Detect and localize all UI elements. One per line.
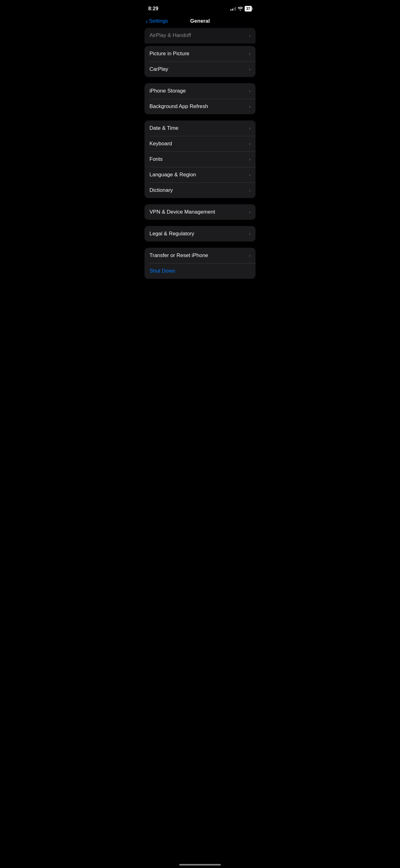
signal-bar-1 — [230, 9, 231, 10]
group-partial: AirPlay & Handoff › — [144, 28, 256, 43]
keyboard-chevron: › — [249, 141, 251, 146]
picture-in-picture-row[interactable]: Picture in Picture › — [144, 46, 256, 61]
settings-group-4: VPN & Device Management › — [144, 204, 256, 220]
battery-level: 37 — [246, 6, 250, 11]
fonts-label: Fonts — [149, 156, 163, 162]
wifi-icon — [238, 7, 243, 10]
back-label: Settings — [149, 18, 168, 24]
fonts-row[interactable]: Fonts › — [144, 152, 256, 167]
settings-group-3: Date & Time › Keyboard › Fonts › Languag… — [144, 120, 256, 198]
battery-icon: 37 — [245, 6, 252, 11]
settings-group-6: Transfer or Reset iPhone › Shut Down — [144, 248, 256, 279]
picture-in-picture-chevron: › — [249, 51, 251, 56]
legal-regulatory-chevron: › — [249, 231, 251, 236]
iphone-storage-chevron: › — [249, 89, 251, 93]
settings-group-1: Picture in Picture › CarPlay › — [144, 46, 256, 77]
shut-down-row[interactable]: Shut Down — [144, 263, 256, 279]
language-region-label: Language & Region — [149, 172, 196, 178]
vpn-device-management-label: VPN & Device Management — [149, 209, 215, 215]
language-region-chevron: › — [249, 172, 251, 177]
status-time: 8:29 — [148, 6, 159, 11]
iphone-storage-row[interactable]: iPhone Storage › — [144, 83, 256, 99]
vpn-device-management-row[interactable]: VPN & Device Management › — [144, 204, 256, 220]
dictionary-label: Dictionary — [149, 187, 173, 193]
vpn-device-management-chevron: › — [249, 210, 251, 215]
iphone-storage-label: iPhone Storage — [149, 88, 186, 94]
battery-nub — [252, 7, 253, 10]
signal-bar-4 — [235, 7, 236, 10]
shut-down-label: Shut Down — [149, 268, 175, 274]
keyboard-row[interactable]: Keyboard › — [144, 136, 256, 152]
carplay-label: CarPlay — [149, 66, 168, 72]
carplay-row[interactable]: CarPlay › — [144, 61, 256, 77]
date-time-label: Date & Time — [149, 125, 178, 131]
airplay-handoff-label: AirPlay & Handoff — [149, 32, 191, 38]
language-region-row[interactable]: Language & Region › — [144, 167, 256, 183]
fonts-chevron: › — [249, 157, 251, 162]
dictionary-row[interactable]: Dictionary › — [144, 183, 256, 198]
settings-content: AirPlay & Handoff › Picture in Picture ›… — [139, 28, 261, 279]
signal-icon — [230, 7, 236, 10]
transfer-reset-label: Transfer or Reset iPhone — [149, 252, 208, 258]
dictionary-chevron: › — [249, 188, 251, 193]
legal-regulatory-row[interactable]: Legal & Regulatory › — [144, 226, 256, 242]
background-app-refresh-chevron: › — [249, 104, 251, 109]
carplay-chevron: › — [249, 67, 251, 72]
date-time-row[interactable]: Date & Time › — [144, 120, 256, 136]
status-icons: 37 — [230, 6, 252, 11]
status-bar: 8:29 37 — [139, 0, 261, 16]
legal-regulatory-label: Legal & Regulatory — [149, 231, 194, 237]
page-title: General — [190, 18, 210, 24]
transfer-reset-chevron: › — [249, 253, 251, 258]
background-app-refresh-label: Background App Refresh — [149, 103, 208, 110]
airplay-handoff-chevron: › — [249, 33, 251, 38]
signal-bar-3 — [233, 8, 234, 10]
date-time-chevron: › — [249, 126, 251, 131]
transfer-reset-row[interactable]: Transfer or Reset iPhone › — [144, 248, 256, 263]
background-app-refresh-row[interactable]: Background App Refresh › — [144, 99, 256, 114]
picture-in-picture-label: Picture in Picture — [149, 51, 190, 57]
signal-bar-2 — [232, 9, 233, 10]
back-button[interactable]: ‹ Settings — [146, 18, 168, 24]
settings-group-2: iPhone Storage › Background App Refresh … — [144, 83, 256, 114]
back-chevron-icon: ‹ — [146, 18, 148, 24]
keyboard-label: Keyboard — [149, 141, 172, 147]
airplay-handoff-row[interactable]: AirPlay & Handoff › — [144, 28, 256, 43]
nav-bar: ‹ Settings General — [139, 16, 261, 28]
settings-group-5: Legal & Regulatory › — [144, 226, 256, 242]
